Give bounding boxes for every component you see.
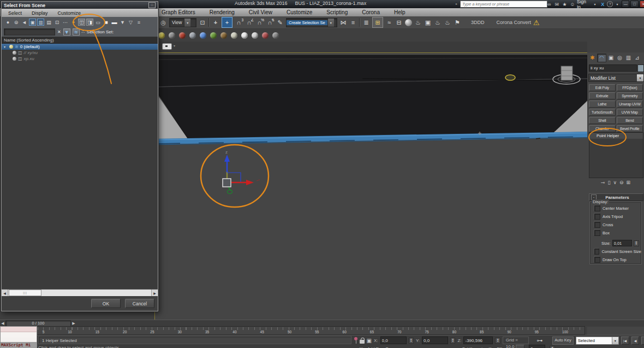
select-by-region-icon[interactable]: ⊡ <box>199 19 206 26</box>
menu-item[interactable]: Civil View <box>249 9 272 15</box>
show-end-result-icon[interactable]: ▯ <box>607 180 610 185</box>
display-shapes-icon[interactable]: ▥ <box>37 19 44 26</box>
current-frame-field[interactable] <box>529 345 545 348</box>
display-helpers-icon[interactable]: ◫ <box>78 19 85 26</box>
modifier-list-dropdown[interactable]: Modifier List ▾ <box>588 74 644 82</box>
script-icon[interactable] <box>262 32 269 39</box>
scroll-right-icon[interactable]: ▶ <box>151 290 158 296</box>
script-icon[interactable] <box>241 32 248 39</box>
checkbox[interactable] <box>594 257 600 263</box>
display-checkbox[interactable]: Draw On Top <box>594 257 641 263</box>
display-checkbox[interactable]: Box <box>594 230 641 236</box>
menu-item[interactable]: Customize <box>287 9 312 15</box>
menu-item[interactable]: Corona <box>362 9 380 15</box>
checkbox[interactable] <box>594 249 599 255</box>
auto-key-button[interactable]: Auto Key <box>552 337 573 345</box>
select-and-move-button[interactable]: + <box>222 17 232 28</box>
scene-canvas[interactable]: z <box>155 53 587 320</box>
named-selection-set-combo[interactable]: Create Selection Se ▾ <box>286 18 337 27</box>
modifier-button[interactable]: Chamfer <box>589 125 616 132</box>
previous-frame-button[interactable]: ◀ <box>631 337 640 345</box>
checkbox[interactable] <box>594 214 600 220</box>
macro-recorder-line[interactable] <box>1 327 37 332</box>
x-axis-arrow[interactable] <box>246 180 254 185</box>
menu-item[interactable]: Graph Editors <box>162 9 195 15</box>
modifier-button[interactable]: Bend <box>617 117 643 124</box>
display-spacewarps-icon[interactable]: ⋯ <box>62 19 69 26</box>
list-view-icon[interactable]: ≡ <box>135 19 142 26</box>
scroll-left-icon[interactable]: ◀ <box>2 290 8 296</box>
horizontal-scrollbar[interactable]: ◀ ||| ▶ <box>2 289 158 296</box>
z-coordinate-field[interactable] <box>463 337 493 344</box>
time-tag-icon[interactable]: ▤ <box>359 346 363 348</box>
checkbox[interactable] <box>594 230 600 236</box>
list-item-default-layer[interactable]: ▾ ≋ 0 (default) <box>2 44 158 50</box>
key-mode-dropdown[interactable]: Selected ▾ <box>576 337 619 345</box>
display-geometry-icon[interactable]: ▣ <box>29 19 36 26</box>
layer-list-icon[interactable]: ≣ <box>362 19 370 26</box>
display-checkbox[interactable]: Axis Tripod <box>594 214 641 220</box>
size-spinner[interactable]: ▲▼ <box>634 240 639 246</box>
script-icon[interactable] <box>210 32 217 39</box>
tab-display[interactable]: ▥ <box>624 54 633 62</box>
go-to-start-button[interactable]: |◀ <box>621 337 629 345</box>
modifier-button[interactable]: Unwrap UVW <box>617 101 643 108</box>
size-field[interactable] <box>612 240 632 246</box>
scene-prop-ellipse[interactable] <box>505 75 515 80</box>
pin-stack-icon[interactable]: ⊸ <box>601 180 605 185</box>
reference-coordinate-dropdown[interactable]: View ▾ <box>169 18 196 27</box>
viewport[interactable]: z <box>154 52 588 321</box>
render-setup-icon[interactable]: ♨ <box>414 19 422 26</box>
chevron-down-icon[interactable]: ▾ <box>184 19 190 27</box>
toggle-layer-explorer-button[interactable]: ⊞ <box>372 17 383 28</box>
chevron-down-icon[interactable]: ▾ <box>612 337 618 344</box>
stack-item-point-helper[interactable]: Point Helper <box>589 133 643 139</box>
transform-gizmo[interactable]: z <box>223 150 260 194</box>
add-time-tag[interactable]: Add Time Tag <box>367 346 392 348</box>
viewport-layout-icon[interactable] <box>162 43 172 50</box>
checkbox[interactable] <box>594 222 600 228</box>
z-axis-arrow[interactable] <box>224 155 230 162</box>
exchange-icon[interactable]: X <box>599 2 606 7</box>
frame-spinner[interactable]: ▲▼ <box>550 346 555 348</box>
list-item-child[interactable]: ◫ // xy/xu <box>2 50 158 56</box>
angle-snap-button[interactable]: ∩∠ <box>245 19 253 26</box>
display-checkbox[interactable]: Center Marker <box>594 205 641 211</box>
script-icon[interactable] <box>272 32 279 39</box>
chevron-down-icon[interactable]: ▾ <box>174 44 175 48</box>
script-icon[interactable] <box>220 32 227 39</box>
display-groups-icon[interactable]: ▭ <box>94 19 102 26</box>
script-icon[interactable] <box>169 32 175 39</box>
display-bones-icon[interactable]: ✦ <box>70 19 77 26</box>
y-spinner[interactable]: ▲▼ <box>450 338 455 344</box>
listener-line[interactable] <box>1 332 37 338</box>
tab-modify[interactable]: ◠ <box>597 54 606 62</box>
schematic-view-icon[interactable]: ⊟ <box>395 19 403 26</box>
key-filters-button[interactable]: Key Filters... <box>488 346 511 348</box>
favorites-icon[interactable]: ★ <box>562 2 568 7</box>
script-icon[interactable] <box>158 32 165 39</box>
dialog-menu-item[interactable]: Display <box>32 10 48 16</box>
user-icon[interactable]: ☺ <box>569 2 576 7</box>
dialog-title-bar[interactable]: Select From Scene □ <box>2 2 158 9</box>
lock-cell-editing-icon[interactable]: ● <box>4 19 11 26</box>
configure-modifier-sets-icon[interactable]: ⊞ <box>627 180 631 185</box>
snaps-toggle-button[interactable]: ∩3 <box>235 19 243 26</box>
keyboard-override-icon[interactable]: ✎ <box>276 19 284 26</box>
menu-item[interactable]: Scripting <box>326 9 348 15</box>
maximize-button[interactable]: □ <box>630 1 638 8</box>
display-cameras-icon[interactable]: ⊡ <box>53 19 61 26</box>
modifier-button[interactable]: UVW Map <box>617 109 643 116</box>
dots-icon[interactable]: ∴ <box>82 30 85 34</box>
range-right-arrow[interactable]: ▶ <box>71 321 76 326</box>
percent-snap-button[interactable]: ∩% <box>255 19 264 26</box>
menu-item[interactable]: Help <box>394 9 406 15</box>
modifier-stack[interactable]: Point Helper <box>589 132 643 178</box>
modifier-button[interactable]: Bevel Profile <box>617 125 643 132</box>
minimize-button[interactable]: — <box>622 1 629 8</box>
search-input[interactable] <box>460 1 547 8</box>
cancel-button[interactable]: Cancel <box>125 299 154 308</box>
display-all-icon[interactable]: ■ <box>103 19 110 26</box>
tab-motion[interactable]: ◎ <box>616 54 624 62</box>
render-flags-icon[interactable]: ⚑ <box>454 19 461 26</box>
